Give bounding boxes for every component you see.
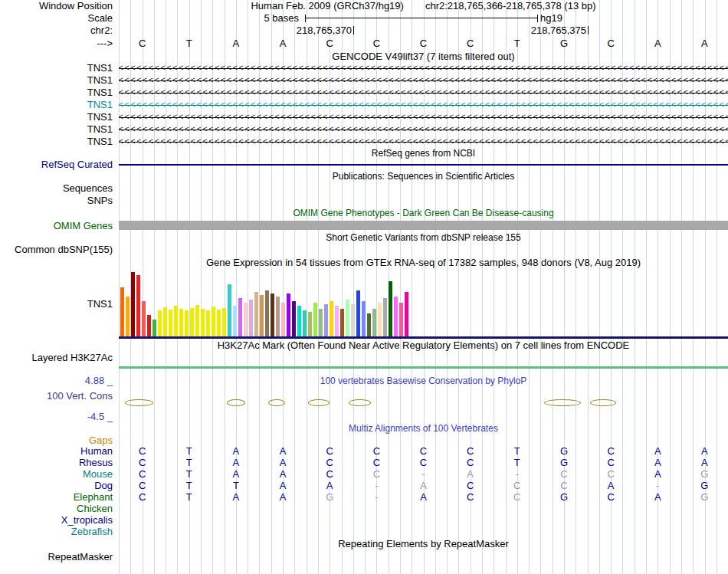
snps-track[interactable] bbox=[119, 195, 728, 207]
transcript-line-track[interactable]: <<<<<<<<<<<<<<<<<<<<<<<<<<<<<<<<<<<<<<<<… bbox=[119, 87, 728, 99]
gtex-tissue-bar[interactable] bbox=[244, 303, 248, 336]
gtex-tissue-bar[interactable] bbox=[195, 305, 199, 336]
transcript-line-track[interactable]: <<<<<<<<<<<<<<<<<<<<<<<<<<<<<<<<<<<<<<<<… bbox=[119, 99, 728, 111]
phylop-track-title[interactable]: 100 vertebrates Basewise Conservation by… bbox=[320, 376, 526, 386]
gtex-tissue-bar[interactable] bbox=[254, 292, 258, 336]
h3k27ac-track[interactable] bbox=[119, 352, 728, 375]
gtex-tissue-bar[interactable] bbox=[201, 309, 205, 336]
gtex-tissue-bar[interactable] bbox=[185, 310, 189, 336]
dbsnp-track-title[interactable]: Short Genetic Variants from dbSNP releas… bbox=[326, 232, 520, 243]
gtex-tissue-bar[interactable] bbox=[131, 272, 135, 336]
gtex-tissue-bar[interactable] bbox=[303, 310, 307, 336]
species-alignment-track[interactable] bbox=[119, 514, 728, 526]
refseq-curated-label[interactable]: RefSeq Curated bbox=[0, 159, 119, 170]
gtex-tissue-bar[interactable] bbox=[238, 298, 242, 336]
gtex-tissue-bar[interactable] bbox=[169, 310, 172, 336]
gtex-tissue-bar[interactable] bbox=[158, 310, 162, 336]
conservation-track-label[interactable]: 100 Vert. Cons bbox=[0, 390, 113, 402]
gtex-tissue-bar[interactable] bbox=[126, 297, 130, 336]
transcript-line-track[interactable]: <<<<<<<<<<<<<<<<<<<<<<<<<<<<<<<<<<<<<<<<… bbox=[119, 62, 728, 74]
transcript-line-track[interactable]: <<<<<<<<<<<<<<<<<<<<<<<<<<<<<<<<<<<<<<<<… bbox=[119, 111, 728, 123]
gtex-tissue-bar[interactable] bbox=[340, 309, 344, 336]
gtex-tissue-bar[interactable] bbox=[292, 301, 296, 336]
species-alignment-track[interactable]: CTAACCCCTGCAA bbox=[119, 457, 728, 468]
dbsnp-track[interactable] bbox=[119, 244, 728, 256]
omim-track-title[interactable]: OMIM Gene Phenotypes - Dark Green Can Be… bbox=[293, 208, 553, 218]
gtex-tissue-bar[interactable] bbox=[287, 294, 290, 336]
gtex-tissue-bar[interactable] bbox=[394, 297, 398, 336]
species-label[interactable]: Gaps bbox=[89, 435, 113, 446]
repeatmasker-label[interactable]: RepeatMasker bbox=[0, 551, 119, 566]
sequences-label[interactable]: Sequences bbox=[0, 182, 119, 195]
gencode-track-title[interactable]: GENCODE V49lift37 (7 items filtered out) bbox=[332, 51, 514, 62]
gtex-tissue-bar[interactable] bbox=[206, 310, 210, 336]
gene-label[interactable]: TNS1 bbox=[87, 111, 113, 123]
gene-label[interactable]: TNS1 bbox=[87, 136, 113, 147]
gtex-tissue-bar[interactable] bbox=[383, 298, 387, 336]
gtex-tissue-bar[interactable] bbox=[147, 315, 151, 336]
species-label[interactable]: Dog bbox=[94, 480, 113, 491]
gtex-tissue-bar[interactable] bbox=[142, 301, 146, 336]
refseq-gene-line[interactable] bbox=[119, 164, 728, 166]
species-label[interactable]: Human bbox=[80, 445, 113, 457]
transcript-line-track[interactable]: <<<<<<<<<<<<<<<<<<<<<<<<<<<<<<<<<<<<<<<<… bbox=[119, 136, 728, 148]
gtex-tissue-bar[interactable] bbox=[356, 290, 360, 336]
gtex-tissue-bar[interactable] bbox=[179, 309, 183, 336]
gtex-tissue-bar[interactable] bbox=[330, 301, 333, 336]
gtex-tissue-bar[interactable] bbox=[212, 307, 215, 336]
snps-label[interactable]: SNPs bbox=[0, 195, 119, 207]
gtex-tissue-bar[interactable] bbox=[276, 297, 280, 336]
gtex-tissue-bar[interactable] bbox=[228, 284, 231, 336]
omim-genes-label[interactable]: OMIM Genes bbox=[0, 220, 119, 231]
gtex-tissue-bar[interactable] bbox=[271, 294, 274, 336]
common-dbsnp-label[interactable]: Common dbSNP(155) bbox=[0, 244, 119, 256]
gtex-tissue-bar[interactable] bbox=[174, 306, 178, 336]
gtex-tissue-bar[interactable] bbox=[335, 306, 339, 336]
species-label[interactable]: X_tropicalis bbox=[61, 514, 113, 526]
layered-h3k27ac-label[interactable]: Layered H3K27Ac bbox=[0, 352, 119, 375]
omim-gene-bar[interactable] bbox=[119, 221, 728, 230]
gtex-tissue-bar[interactable] bbox=[389, 281, 392, 336]
h3k27ac-track-title[interactable]: H3K27Ac Mark (Often Found Near Active Re… bbox=[218, 339, 630, 351]
repeatmasker-track-title[interactable]: Repeating Elements by RepeatMasker bbox=[338, 538, 509, 549]
publications-track-title[interactable]: Publications: Sequences in Scientific Ar… bbox=[333, 171, 514, 182]
gtex-tissue-bar[interactable] bbox=[367, 313, 371, 336]
conservation-track[interactable] bbox=[119, 387, 728, 422]
gtex-tissue-bar[interactable] bbox=[233, 306, 237, 336]
gtex-tissue-bar[interactable] bbox=[297, 306, 301, 336]
species-alignment-track[interactable]: CTTAA-ACCCA-G bbox=[119, 480, 728, 491]
species-label[interactable]: Zebrafish bbox=[71, 526, 113, 537]
gtex-tissue-bar[interactable] bbox=[346, 300, 349, 336]
species-alignment-track[interactable]: CTAACCCCTGCAA bbox=[119, 445, 728, 457]
species-label[interactable]: Rhesus bbox=[79, 457, 113, 468]
gtex-tissue-bar[interactable] bbox=[120, 287, 124, 336]
gene-label[interactable]: TNS1 bbox=[87, 99, 113, 110]
species-alignment-track[interactable] bbox=[119, 503, 728, 514]
transcript-line-track[interactable]: <<<<<<<<<<<<<<<<<<<<<<<<<<<<<<<<<<<<<<<<… bbox=[119, 123, 728, 136]
gtex-tissue-bar[interactable] bbox=[190, 308, 194, 336]
gene-label[interactable]: TNS1 bbox=[87, 74, 113, 86]
gtex-tissue-bar[interactable] bbox=[163, 307, 167, 336]
species-alignment-track[interactable] bbox=[119, 526, 728, 537]
sequences-track[interactable] bbox=[119, 182, 728, 195]
gtex-tissue-bar[interactable] bbox=[319, 309, 323, 336]
species-label[interactable]: Elephant bbox=[74, 491, 113, 503]
gtex-tissue-bar[interactable] bbox=[281, 303, 285, 336]
gtex-tissue-bar[interactable] bbox=[222, 308, 226, 336]
species-alignment-track[interactable] bbox=[119, 435, 728, 445]
gtex-tissue-bar[interactable] bbox=[152, 320, 156, 336]
species-label[interactable]: Chicken bbox=[77, 503, 113, 514]
species-alignment-track[interactable]: CTAACC-A-CCAG bbox=[119, 468, 728, 480]
gene-label[interactable]: TNS1 bbox=[87, 87, 113, 98]
gene-label[interactable]: TNS1 bbox=[87, 123, 113, 135]
gtex-tissue-bar[interactable] bbox=[217, 310, 221, 336]
species-label[interactable]: Mouse bbox=[83, 468, 113, 480]
gtex-tissue-bar[interactable] bbox=[260, 295, 264, 336]
gtex-barchart[interactable] bbox=[119, 269, 728, 339]
gtex-tissue-bar[interactable] bbox=[308, 312, 312, 336]
transcript-line-track[interactable]: <<<<<<<<<<<<<<<<<<<<<<<<<<<<<<<<<<<<<<<<… bbox=[119, 74, 728, 87]
gtex-tissue-bar[interactable] bbox=[399, 303, 403, 336]
gtex-tissue-bar[interactable] bbox=[265, 290, 269, 336]
gtex-tissue-bar[interactable] bbox=[249, 300, 253, 336]
gtex-tissue-bar[interactable] bbox=[372, 309, 376, 336]
